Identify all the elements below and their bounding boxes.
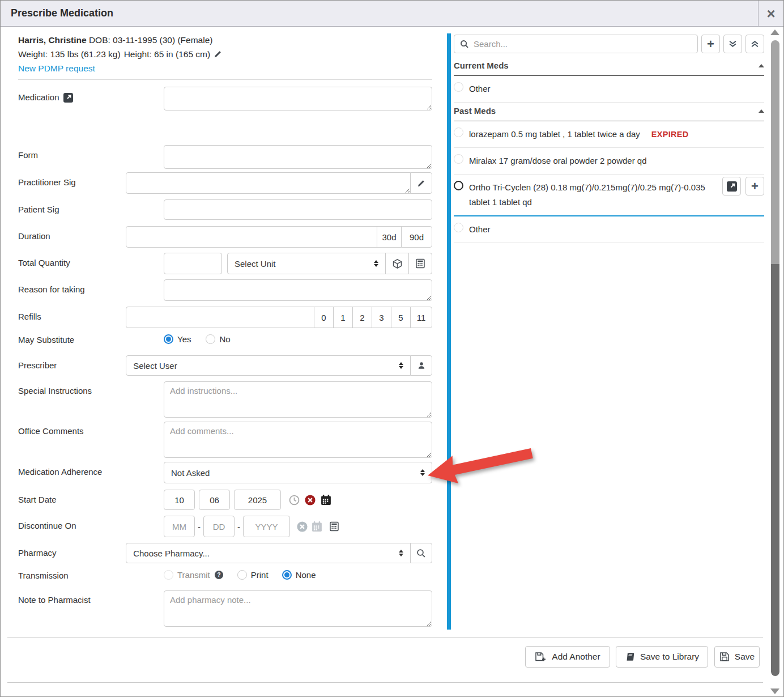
substitute-no-radio[interactable]	[206, 334, 215, 344]
refill-1-button[interactable]: 1	[333, 307, 353, 328]
patient-weight: Weight: 135 lbs (61.23 kg)	[18, 47, 121, 61]
collapse-all-button[interactable]	[745, 35, 764, 53]
current-med-other-row[interactable]: Other	[454, 76, 764, 103]
past-med-row-lorazepam[interactable]: lorazepam 0.5 mg tablet , 1 tablet twice…	[454, 121, 764, 148]
print-label: Print	[251, 570, 269, 580]
refills-input[interactable]	[126, 307, 314, 328]
form-input[interactable]	[164, 145, 432, 169]
save-button[interactable]: Save	[714, 646, 760, 668]
save-to-library-button[interactable]: Save to Library	[616, 646, 708, 668]
discontinue-calendar-icon[interactable]	[311, 521, 323, 533]
discontinue-month-input[interactable]	[164, 516, 195, 537]
unit-select[interactable]: Select Unit	[227, 253, 386, 274]
footer-divider-top	[7, 638, 763, 638]
transmit-label: Transmit	[177, 570, 210, 580]
collapse-caret-icon[interactable]	[759, 109, 764, 113]
quantity-input[interactable]	[164, 253, 222, 274]
med-detail-button[interactable]	[722, 177, 741, 196]
external-link-icon[interactable]	[63, 93, 73, 103]
med-radio[interactable]	[454, 223, 463, 232]
none-radio[interactable]	[282, 570, 292, 580]
row-prescriber: Prescriber Select User	[18, 355, 432, 376]
past-med-other-row[interactable]: Other	[454, 216, 764, 243]
refill-11-button[interactable]: 11	[410, 307, 432, 328]
prescriber-select[interactable]: Select User	[126, 355, 411, 376]
refill-3-button[interactable]: 3	[372, 307, 391, 328]
scrollbar[interactable]	[766, 27, 783, 696]
discontinue-day-input[interactable]	[203, 516, 235, 537]
row-duration: Duration 30d 90d	[18, 226, 432, 248]
pharmacy-search-button[interactable]	[410, 543, 432, 563]
duration-input[interactable]	[126, 226, 377, 248]
duration-calculator-icon[interactable]	[329, 521, 339, 532]
scrollbar-track-lower[interactable]	[771, 264, 779, 676]
substitute-yes-radio[interactable]	[164, 334, 173, 344]
special-instructions-input[interactable]	[164, 381, 432, 418]
reason-input[interactable]	[164, 279, 432, 301]
practitioner-sig-input[interactable]	[126, 172, 411, 194]
pharmacy-note-input[interactable]	[164, 590, 432, 627]
new-pdmp-request-link[interactable]: New PDMP request	[18, 63, 95, 73]
meds-search-box[interactable]	[454, 35, 698, 53]
calculator-icon	[415, 258, 425, 269]
close-button[interactable]: ×	[758, 1, 783, 26]
scroll-down-arrow-icon[interactable]	[770, 688, 779, 694]
med-text: Other	[469, 222, 491, 237]
print-radio[interactable]	[237, 570, 247, 580]
med-radio[interactable]	[454, 128, 463, 137]
edit-sig-button[interactable]	[410, 172, 432, 194]
start-month-input[interactable]	[164, 490, 195, 510]
substitute-no-label: No	[219, 334, 230, 344]
row-form: Form	[18, 145, 432, 169]
clear-start-date-icon[interactable]	[304, 494, 316, 506]
row-medication-adherence: Medication Adherence Not Asked	[18, 462, 432, 483]
quantity-calculator-button[interactable]	[408, 253, 432, 274]
refill-5-button[interactable]: 5	[391, 307, 411, 328]
add-med-button[interactable]: +	[701, 35, 720, 53]
row-refills: Refills 0 1 2 3 5 11	[18, 307, 432, 328]
clear-discontinue-icon[interactable]	[296, 521, 308, 533]
date-separator: -	[198, 522, 201, 532]
row-may-substitute: May Substitute Yes No	[18, 334, 432, 345]
duration-30d-button[interactable]: 30d	[377, 226, 402, 248]
discontinue-label: Discontinue On	[18, 516, 164, 537]
select-updown-icon	[420, 467, 425, 478]
meds-search-input[interactable]	[474, 39, 692, 49]
med-radio-selected[interactable]	[454, 181, 463, 190]
edit-vitals-pencil-icon[interactable]	[214, 50, 222, 58]
panel-divider	[447, 33, 451, 630]
medication-adherence-select[interactable]: Not Asked	[164, 462, 432, 483]
med-radio[interactable]	[454, 82, 463, 92]
search-icon	[416, 549, 426, 558]
add-another-button[interactable]: Add Another	[525, 646, 610, 668]
past-med-row-miralax[interactable]: Miralax 17 gram/dose oral powder 2 powde…	[454, 148, 764, 175]
refill-0-button[interactable]: 0	[314, 307, 334, 328]
scroll-up-arrow-icon[interactable]	[770, 29, 779, 35]
duration-90d-button[interactable]: 90d	[401, 226, 432, 248]
start-year-input[interactable]	[234, 490, 281, 510]
prescriber-user-button[interactable]	[410, 355, 432, 376]
refill-2-button[interactable]: 2	[352, 307, 372, 328]
transmit-help-icon[interactable]: ?	[214, 570, 224, 580]
med-radio[interactable]	[454, 154, 463, 164]
start-calendar-icon[interactable]	[320, 494, 332, 506]
row-pharmacy: Pharmacy Choose Pharmacy...	[18, 543, 432, 563]
patient-vitals-line: Weight: 135 lbs (61.23 kg) Height: 65 in…	[18, 47, 432, 61]
med-add-button[interactable]: +	[745, 177, 764, 196]
patient-sig-input[interactable]	[164, 199, 432, 220]
office-comments-input[interactable]	[164, 422, 432, 458]
package-lookup-button[interactable]	[385, 253, 409, 274]
med-text: Ortho Tri-Cyclen (28) 0.18 mg(7)/0.215mg…	[469, 180, 717, 210]
clock-icon[interactable]	[288, 494, 300, 506]
expand-all-button[interactable]	[723, 35, 742, 53]
pharmacy-select[interactable]: Choose Pharmacy...	[126, 543, 411, 563]
row-start-date: Start Date	[18, 490, 432, 510]
collapse-caret-icon[interactable]	[759, 64, 764, 67]
office-comments-label: Office Comments	[18, 422, 164, 458]
scrollbar-thumb[interactable]	[771, 40, 779, 264]
medication-input[interactable]	[164, 87, 432, 110]
start-day-input[interactable]	[199, 490, 230, 510]
current-meds-header: Current Meds	[454, 61, 764, 76]
discontinue-year-input[interactable]	[243, 516, 290, 537]
past-med-row-ortho[interactable]: Ortho Tri-Cyclen (28) 0.18 mg(7)/0.215mg…	[454, 175, 764, 216]
